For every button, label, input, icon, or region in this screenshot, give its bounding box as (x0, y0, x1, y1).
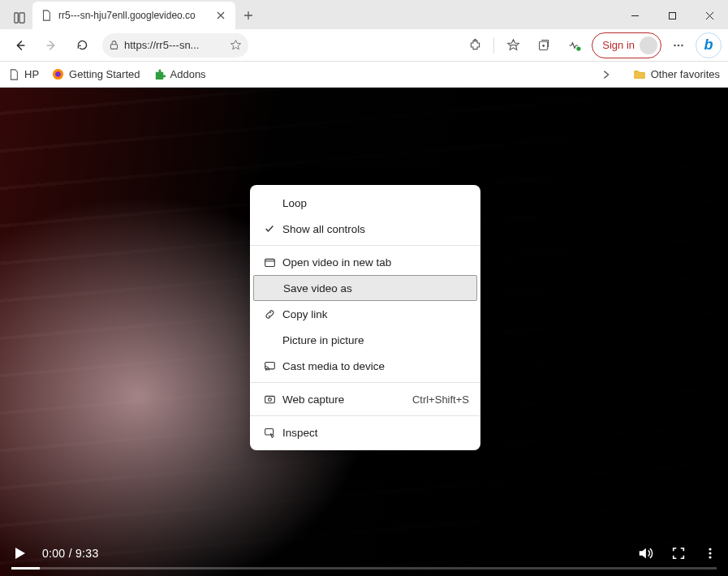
svg-rect-1 (19, 13, 24, 23)
check-icon (261, 223, 278, 234)
url-text: https://rr5---sn... (124, 39, 225, 51)
link-icon (261, 308, 278, 320)
tab-icon (261, 256, 278, 269)
favorites-button[interactable] (499, 32, 527, 59)
extensions-button[interactable] (461, 32, 489, 59)
svg-point-8 (678, 44, 680, 46)
context-menu: Loop Show all controls Open video in new… (250, 185, 480, 450)
svg-point-19 (268, 398, 271, 401)
browser-tab[interactable]: rr5---sn-hju7enll.googlevideo.co (32, 2, 235, 29)
svg-point-11 (55, 71, 61, 77)
bookmark-label: HP (24, 68, 39, 80)
menu-label: Save video as (283, 282, 468, 294)
forward-button[interactable] (37, 32, 65, 59)
svg-rect-15 (265, 259, 274, 266)
tab-title: rr5---sn-hju7enll.googlevideo.co (58, 10, 208, 21)
menu-web-capture[interactable]: Web capture Ctrl+Shift+S (250, 386, 480, 412)
back-button[interactable] (6, 32, 34, 59)
puzzle-icon (153, 68, 166, 80)
svg-rect-0 (15, 13, 18, 23)
menu-label: Picture in picture (282, 334, 469, 346)
video-time: 0:00 / 9:33 (42, 547, 98, 560)
page-icon (41, 10, 52, 21)
avatar-icon (640, 37, 657, 54)
browser-toolbar: https://rr5---sn... Sign in b (0, 29, 728, 62)
video-progress[interactable] (11, 567, 717, 570)
svg-point-6 (577, 46, 581, 50)
svg-rect-3 (110, 45, 117, 49)
bookmark-hp[interactable]: HP (8, 68, 39, 80)
collections-button[interactable] (530, 32, 558, 59)
bookmark-addons[interactable]: Addons (153, 68, 206, 80)
menu-label: Copy link (282, 308, 469, 320)
firefox-icon (52, 68, 64, 80)
svg-point-12 (709, 548, 711, 550)
menu-picture-in-picture[interactable]: Picture in picture (250, 327, 480, 353)
other-favorites-label: Other favorites (651, 68, 720, 80)
refresh-button[interactable] (68, 32, 96, 59)
svg-rect-16 (265, 362, 274, 368)
menu-inspect[interactable]: Inspect (250, 419, 480, 445)
svg-rect-18 (265, 396, 274, 402)
svg-point-14 (709, 556, 711, 558)
menu-label: Show all controls (282, 223, 469, 235)
menu-label: Cast media to device (282, 360, 469, 372)
inspect-icon (261, 427, 278, 439)
lock-icon (109, 40, 119, 50)
svg-point-17 (265, 369, 266, 371)
chevron-right-icon[interactable] (592, 61, 620, 88)
svg-point-4 (474, 39, 476, 41)
close-window-button[interactable] (691, 2, 728, 29)
folder-icon (633, 68, 646, 81)
signin-button[interactable]: Sign in (592, 32, 661, 58)
menu-open-new-tab[interactable]: Open video in new tab (250, 249, 480, 275)
menu-copy-link[interactable]: Copy link (250, 301, 480, 327)
bing-icon: b (704, 37, 713, 54)
bookmark-getting-started[interactable]: Getting Started (52, 68, 140, 80)
capture-icon (261, 393, 278, 406)
play-button[interactable] (11, 545, 28, 561)
more-button[interactable] (665, 32, 692, 59)
menu-save-video-as[interactable]: Save video as (253, 275, 477, 301)
menu-show-all-controls[interactable]: Show all controls (250, 216, 480, 242)
health-icon[interactable] (561, 32, 588, 59)
svg-rect-2 (669, 12, 675, 19)
tab-actions-button[interactable] (6, 6, 32, 29)
close-icon[interactable] (214, 9, 227, 22)
svg-point-9 (681, 44, 683, 46)
page-icon (8, 69, 19, 80)
minimize-button[interactable] (616, 2, 653, 29)
menu-label: Open video in new tab (282, 256, 469, 269)
new-tab-button[interactable] (235, 2, 261, 29)
cast-icon (261, 360, 278, 372)
signin-label: Sign in (602, 39, 635, 51)
menu-loop[interactable]: Loop (250, 190, 480, 216)
window-controls (616, 2, 728, 29)
menu-label: Web capture (282, 393, 407, 406)
bing-button[interactable]: b (696, 32, 722, 58)
menu-label: Inspect (282, 427, 469, 439)
other-favorites[interactable]: Other favorites (633, 68, 720, 81)
address-bar[interactable]: https://rr5---sn... (102, 33, 248, 58)
svg-point-13 (709, 552, 711, 554)
menu-label: Loop (282, 197, 469, 209)
svg-rect-20 (265, 428, 273, 435)
menu-shortcut: Ctrl+Shift+S (412, 393, 469, 406)
video-more-button[interactable] (704, 547, 717, 560)
volume-button[interactable] (637, 545, 653, 561)
video-progress-filled (11, 567, 40, 570)
menu-cast[interactable]: Cast media to device (250, 353, 480, 379)
maximize-button[interactable] (653, 2, 691, 29)
bookmarks-bar: HP Getting Started Addons Other favorite… (0, 62, 728, 88)
video-viewport[interactable]: 0:00 / 9:33 Loop Show all controls (0, 88, 728, 576)
bookmark-label: Getting Started (69, 68, 140, 80)
star-icon[interactable] (230, 39, 242, 51)
fullscreen-button[interactable] (671, 546, 686, 561)
bookmark-label: Addons (170, 68, 206, 80)
title-bar: rr5---sn-hju7enll.googlevideo.co (0, 0, 728, 29)
svg-point-7 (674, 44, 676, 46)
